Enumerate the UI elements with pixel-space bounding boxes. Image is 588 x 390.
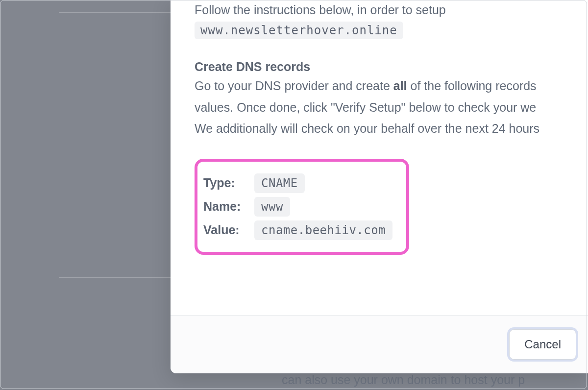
dns-setup-modal: Follow the instructions below, in order … bbox=[171, 0, 588, 373]
dns-record-highlight-box: Type: CNAME Name: www Value: cname.beehi… bbox=[195, 159, 409, 255]
intro-text: Follow the instructions below, in order … bbox=[195, 1, 588, 19]
dns-value-label: Value: bbox=[203, 223, 254, 237]
dns-row-value: Value: cname.beehiiv.com bbox=[203, 220, 396, 240]
background-hint-text: can also use your own domain to host you… bbox=[282, 373, 525, 387]
dns-name-value[interactable]: www bbox=[254, 197, 290, 217]
dns-value-value[interactable]: cname.beehiiv.com bbox=[254, 220, 392, 240]
text-bold: all bbox=[393, 79, 407, 93]
section-text-line2: values. Once done, click "Verify Setup" … bbox=[195, 98, 588, 117]
backdrop-divider bbox=[59, 277, 172, 278]
section-text-line1: Go to your DNS provider and create all o… bbox=[195, 77, 588, 96]
backdrop-divider bbox=[59, 12, 172, 13]
text-fragment: Go to your DNS provider and create bbox=[195, 79, 393, 93]
section-text-line3: We additionally will check on your behal… bbox=[195, 120, 588, 138]
dns-row-name: Name: www bbox=[203, 197, 396, 217]
cancel-button[interactable]: Cancel bbox=[509, 329, 576, 360]
domain-code: www.newsletterhover.online bbox=[195, 22, 403, 39]
dns-type-label: Type: bbox=[203, 176, 254, 190]
modal-footer: Cancel bbox=[171, 315, 588, 373]
dns-row-type: Type: CNAME bbox=[203, 173, 396, 193]
modal-body: Follow the instructions below, in order … bbox=[171, 0, 588, 315]
dns-name-label: Name: bbox=[203, 199, 254, 214]
text-fragment: of the following records bbox=[407, 79, 537, 93]
section-heading: Create DNS records bbox=[195, 60, 588, 74]
dns-type-value[interactable]: CNAME bbox=[254, 173, 305, 193]
